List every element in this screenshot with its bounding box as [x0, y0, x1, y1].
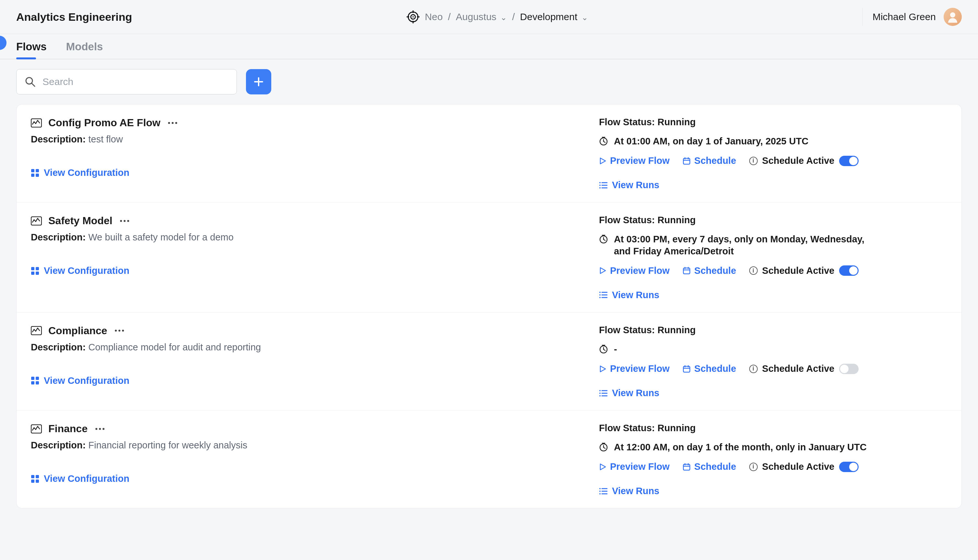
schedule-text: At 12:00 AM, on day 1 of the month, only… — [614, 441, 867, 453]
play-icon — [599, 157, 606, 165]
breadcrumb-project[interactable]: Augustus ⌄ — [456, 12, 507, 22]
user-menu[interactable]: Michael Green — [863, 8, 962, 26]
svg-point-88 — [599, 490, 601, 492]
schedule-row: At 01:00 AM, on day 1 of January, 2025 U… — [599, 135, 947, 147]
flow-title: Finance — [48, 423, 88, 435]
svg-line-19 — [603, 142, 605, 142]
breadcrumb-env[interactable]: Development ⌄ — [520, 12, 588, 22]
info-icon[interactable]: i — [749, 463, 758, 471]
schedule-active-group: i Schedule Active — [749, 363, 859, 374]
svg-rect-13 — [31, 169, 34, 172]
list-icon — [599, 292, 607, 298]
flow-menu-button[interactable] — [167, 120, 178, 126]
target-icon — [407, 10, 420, 23]
chevron-down-icon: ⌄ — [581, 13, 588, 22]
flow-menu-button[interactable] — [94, 426, 106, 432]
svg-point-2 — [412, 16, 414, 18]
play-icon — [599, 463, 606, 470]
preview-flow-link[interactable]: Preview Flow — [599, 363, 670, 374]
flow-description: Description: Financial reporting for wee… — [31, 440, 599, 451]
view-runs-link[interactable]: View Runs — [599, 388, 947, 398]
flow-actions: Preview Flow Schedule i Schedule Active — [599, 462, 947, 472]
calendar-icon — [683, 463, 690, 471]
user-name: Michael Green — [873, 12, 936, 22]
svg-marker-41 — [600, 268, 605, 273]
svg-point-66 — [599, 390, 601, 391]
schedule-link[interactable]: Schedule — [683, 363, 736, 374]
flow-status: Flow Status: Running — [599, 117, 947, 128]
flow-card-right: Flow Status: Running - Preview Flow Sche… — [599, 325, 947, 398]
schedule-active-toggle[interactable] — [839, 156, 859, 166]
schedule-text: At 03:00 PM, every 7 days, only on Monda… — [614, 233, 880, 257]
schedule-active-group: i Schedule Active — [749, 265, 859, 276]
svg-rect-53 — [31, 377, 34, 380]
svg-rect-33 — [31, 267, 34, 270]
calendar-icon — [683, 365, 690, 373]
svg-rect-75 — [31, 480, 34, 483]
view-configuration-link[interactable]: View Configuration — [31, 375, 599, 386]
flow-title: Compliance — [48, 325, 107, 337]
view-configuration-link[interactable]: View Configuration — [31, 265, 599, 276]
view-runs-link[interactable]: View Runs — [599, 486, 947, 497]
grid-icon — [31, 267, 39, 275]
info-icon[interactable]: i — [749, 267, 758, 275]
play-icon — [599, 365, 606, 372]
calendar-icon — [683, 157, 690, 165]
tabs: Flows Models — [0, 34, 978, 59]
view-runs-link[interactable]: View Runs — [599, 180, 947, 190]
flow-title-row: Compliance — [31, 325, 599, 337]
schedule-active-toggle[interactable] — [839, 364, 859, 374]
svg-line-39 — [603, 240, 605, 240]
list-icon — [599, 488, 607, 495]
flow-actions: Preview Flow Schedule i Schedule Active — [599, 363, 947, 374]
view-configuration-link[interactable]: View Configuration — [31, 473, 599, 484]
svg-rect-74 — [36, 475, 39, 478]
calendar-icon — [683, 267, 690, 275]
schedule-link[interactable]: Schedule — [683, 155, 736, 166]
schedule-row: At 12:00 AM, on day 1 of the month, only… — [599, 441, 947, 453]
flow-menu-button[interactable] — [113, 328, 125, 333]
flow-description: Description: Compliance model for audit … — [31, 342, 599, 353]
schedule-active-toggle[interactable] — [839, 265, 859, 276]
flow-icon — [31, 217, 42, 225]
search-wrapper — [16, 69, 237, 94]
list-icon — [599, 182, 607, 189]
flow-card: Safety Model Description: We built a saf… — [17, 202, 961, 312]
preview-flow-link[interactable]: Preview Flow — [599, 265, 670, 276]
tab-flows[interactable]: Flows — [16, 40, 47, 59]
info-icon[interactable]: i — [749, 365, 758, 373]
flow-icon — [31, 118, 42, 128]
schedule-active-toggle[interactable] — [839, 462, 859, 472]
schedule-row: At 03:00 PM, every 7 days, only on Monda… — [599, 233, 947, 257]
flow-title: Safety Model — [48, 215, 112, 227]
svg-line-59 — [603, 350, 605, 350]
svg-point-28 — [599, 185, 601, 186]
svg-rect-15 — [31, 173, 34, 177]
svg-rect-62 — [683, 366, 690, 372]
svg-point-46 — [599, 292, 601, 293]
flow-card-left: Finance Description: Financial reporting… — [31, 423, 599, 497]
add-flow-button[interactable] — [246, 69, 271, 94]
flow-card: Compliance Description: Compliance model… — [17, 312, 961, 410]
preview-flow-link[interactable]: Preview Flow — [599, 155, 670, 166]
flow-menu-button[interactable] — [119, 218, 130, 224]
view-runs-link[interactable]: View Runs — [599, 290, 947, 300]
view-configuration-link[interactable]: View Configuration — [31, 167, 599, 178]
flow-card-left: Safety Model Description: We built a saf… — [31, 215, 599, 300]
tab-models[interactable]: Models — [66, 40, 103, 59]
svg-point-50 — [599, 297, 601, 298]
svg-rect-56 — [36, 381, 39, 385]
schedule-text: At 01:00 AM, on day 1 of January, 2025 U… — [614, 135, 809, 147]
flow-title-row: Safety Model — [31, 215, 599, 227]
info-icon[interactable]: i — [749, 157, 758, 165]
flow-title-row: Finance — [31, 423, 599, 435]
play-icon — [599, 267, 606, 274]
preview-flow-link[interactable]: Preview Flow — [599, 462, 670, 472]
flow-status: Flow Status: Running — [599, 423, 947, 433]
search-input[interactable] — [16, 69, 237, 94]
breadcrumb-org[interactable]: Neo — [425, 12, 443, 22]
schedule-link[interactable]: Schedule — [683, 462, 736, 472]
avatar — [944, 8, 962, 26]
schedule-link[interactable]: Schedule — [683, 265, 736, 276]
flow-description: Description: We built a safety model for… — [31, 232, 599, 243]
